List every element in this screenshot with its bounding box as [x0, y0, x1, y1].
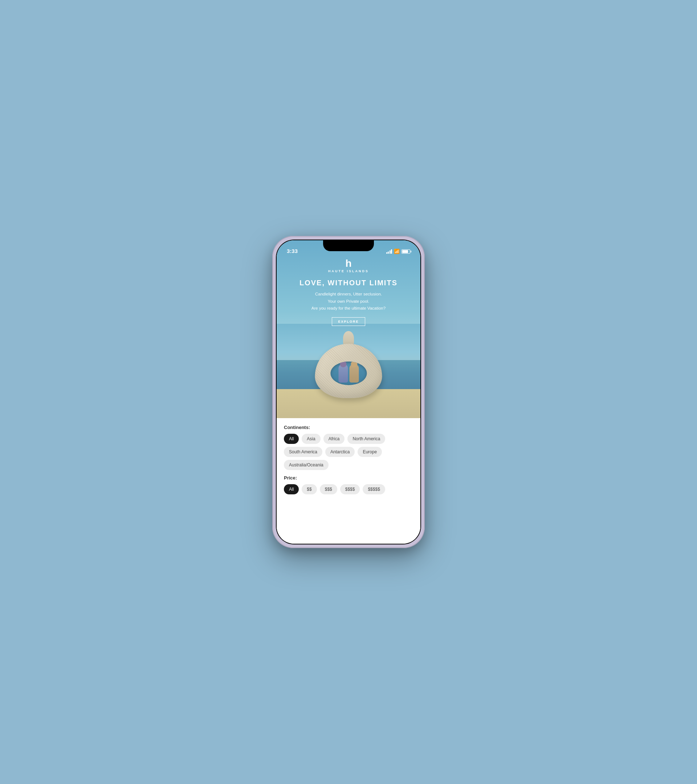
pod-opening — [330, 362, 367, 385]
hero-subtitle: Candlelight dinners, Utter seclusion. Yo… — [304, 291, 393, 312]
tag-antarctica[interactable]: Antarctica — [325, 447, 355, 457]
logo-container: h HAUTE ISLANDS — [328, 259, 369, 273]
hero-subtitle-line3: Are you ready for the ultimate Vacation? — [311, 306, 386, 310]
filter-section: Continents: All Asia Africa North Americ… — [277, 418, 420, 544]
tag-all-continents[interactable]: All — [284, 434, 299, 444]
continents-label: Continents: — [284, 425, 413, 430]
hero-subtitle-line1: Candlelight dinners, Utter seclusion. — [315, 292, 382, 296]
hero-section: h HAUTE ISLANDS LOVE, WITHOUT LIMITS Can… — [277, 240, 420, 418]
phone-screen: 3:33 📶 h — [277, 240, 420, 544]
phone-device: 3:33 📶 h — [272, 236, 425, 548]
tag-australia[interactable]: Australia/Oceania — [284, 460, 328, 470]
wifi-icon: 📶 — [394, 249, 400, 254]
tag-price-4[interactable]: $$$$ — [340, 484, 360, 494]
notch — [323, 240, 374, 251]
tag-north-america[interactable]: North America — [348, 434, 385, 444]
status-time: 3:33 — [287, 248, 298, 254]
pod-top — [343, 331, 354, 346]
tag-price-3[interactable]: $$$ — [320, 484, 337, 494]
continents-tags: All Asia Africa North America South Amer… — [284, 434, 413, 470]
person-left — [338, 364, 348, 382]
logo-icon: h — [345, 259, 351, 268]
pod-body — [315, 344, 382, 398]
price-tags: All $$ $$$ $$$$ $$$$$ — [284, 484, 413, 494]
battery-icon — [402, 249, 410, 254]
explore-button[interactable]: EXPLORE — [332, 317, 365, 326]
status-icons: 📶 — [386, 249, 410, 254]
couple-inside — [330, 362, 367, 385]
person-head-right — [351, 362, 357, 367]
logo-name: HAUTE ISLANDS — [328, 269, 369, 273]
tag-south-america[interactable]: South America — [284, 447, 322, 457]
battery-fill — [402, 250, 408, 253]
hero-title: LOVE, WITHOUT LIMITS — [300, 279, 397, 287]
tag-price-2[interactable]: $$ — [302, 484, 316, 494]
person-right — [349, 364, 359, 382]
tag-price-5[interactable]: $$$$$ — [363, 484, 385, 494]
signal-icon — [386, 249, 392, 254]
price-label: Price: — [284, 475, 413, 481]
tag-europe[interactable]: Europe — [358, 447, 382, 457]
hero-subtitle-line2: Your own Private pool. — [328, 299, 369, 303]
person-head-left — [340, 362, 346, 367]
phone-screen-bezel: 3:33 📶 h — [276, 240, 421, 544]
tag-asia[interactable]: Asia — [302, 434, 320, 444]
beach-scene — [277, 324, 420, 418]
tag-all-price[interactable]: All — [284, 484, 299, 494]
wicker-pod — [312, 334, 385, 398]
tag-africa[interactable]: Africa — [323, 434, 345, 444]
